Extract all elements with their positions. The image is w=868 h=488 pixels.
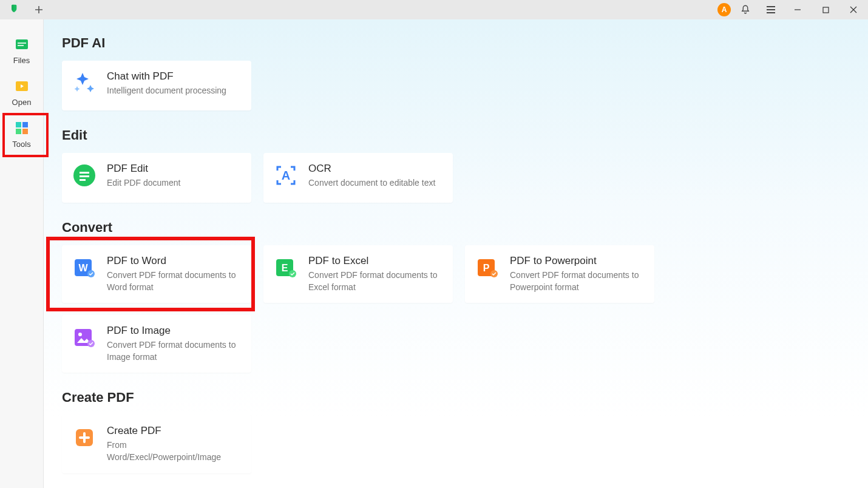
cards-row: Create PDF From Word/Execl/Powerpoint/Im… bbox=[62, 415, 851, 473]
section-title: PDF AI bbox=[62, 35, 851, 51]
sidebar-label: Tools bbox=[12, 140, 30, 149]
card-title: Create PDF bbox=[107, 425, 240, 437]
svg-rect-6 bbox=[22, 122, 28, 127]
card-title: PDF Edit bbox=[107, 163, 240, 175]
svg-text:A: A bbox=[282, 169, 290, 182]
body: Files Open Tools PDF AI bbox=[0, 19, 868, 488]
open-icon bbox=[14, 78, 30, 94]
card-title: PDF to Image bbox=[107, 325, 240, 337]
card-pdf-to-word[interactable]: W PDF to Word Convert PDF format documen… bbox=[62, 245, 251, 303]
svg-rect-3 bbox=[18, 45, 24, 46]
card-text: Chat with PDF Intelligent document proce… bbox=[107, 70, 240, 97]
sidebar-item-open[interactable]: Open bbox=[0, 72, 44, 114]
card-pdf-to-powerpoint[interactable]: P PDF to Powerpoint Convert PDF format d… bbox=[465, 245, 654, 303]
word-icon: W bbox=[72, 255, 97, 280]
svg-rect-8 bbox=[22, 129, 28, 134]
svg-rect-0 bbox=[823, 7, 829, 13]
card-desc: Convert PDF format documents to Excel fo… bbox=[308, 269, 442, 293]
card-pdf-to-image[interactable]: PDF to Image Convert PDF format document… bbox=[62, 315, 251, 373]
sidebar-item-files[interactable]: Files bbox=[0, 30, 44, 72]
card-title: OCR bbox=[308, 163, 442, 175]
sidebar-label: Files bbox=[13, 56, 30, 65]
card-text: PDF to Excel Convert PDF format document… bbox=[308, 255, 442, 293]
svg-text:W: W bbox=[78, 263, 88, 273]
sidebar: Files Open Tools bbox=[0, 19, 44, 488]
title-bar: A bbox=[0, 0, 868, 19]
create-pdf-icon bbox=[72, 425, 97, 450]
card-pdf-edit[interactable]: PDF Edit Edit PDF document bbox=[62, 153, 251, 203]
pdf-edit-icon bbox=[72, 163, 97, 188]
image-icon bbox=[72, 325, 97, 350]
card-title: PDF to Powerpoint bbox=[510, 255, 643, 267]
title-bar-right: A bbox=[717, 0, 868, 19]
svg-text:P: P bbox=[483, 263, 490, 273]
files-icon bbox=[14, 36, 30, 52]
ocr-icon: A bbox=[273, 163, 299, 188]
title-bar-left bbox=[0, 0, 49, 19]
svg-rect-1 bbox=[16, 39, 28, 49]
section-create-pdf: Create PDF Create PDF From Word/Execl/Po… bbox=[62, 390, 851, 473]
menu-button[interactable] bbox=[760, 0, 782, 19]
cards-row: W PDF to Word Convert PDF format documen… bbox=[62, 245, 851, 373]
svg-rect-2 bbox=[18, 42, 26, 44]
card-text: PDF Edit Edit PDF document bbox=[107, 163, 240, 189]
powerpoint-icon: P bbox=[475, 255, 500, 280]
card-text: PDF to Word Convert PDF format documents… bbox=[107, 255, 240, 293]
minimize-button[interactable] bbox=[785, 0, 810, 19]
card-desc: Convert PDF format documents to Powerpoi… bbox=[510, 269, 643, 293]
section-title: Create PDF bbox=[62, 390, 851, 405]
svg-text:E: E bbox=[282, 263, 288, 273]
section-edit: Edit PDF Edit Edit PDF document bbox=[62, 127, 851, 203]
card-text: PDF to Powerpoint Convert PDF format doc… bbox=[510, 255, 643, 293]
card-title: PDF to Excel bbox=[308, 255, 442, 267]
card-desc: Convert PDF format documents to Word for… bbox=[107, 269, 240, 293]
card-desc: Convert PDF format documents to Image fo… bbox=[107, 339, 240, 363]
sidebar-item-tools[interactable]: Tools bbox=[0, 114, 44, 156]
card-desc: From Word/Execl/Powerpoint/Image bbox=[107, 439, 240, 463]
card-title: PDF to Word bbox=[107, 255, 240, 267]
svg-rect-5 bbox=[16, 122, 21, 127]
sidebar-label: Open bbox=[12, 98, 32, 107]
card-title: Chat with PDF bbox=[107, 70, 240, 83]
excel-icon: E bbox=[273, 255, 299, 280]
card-desc: Convert document to editable text bbox=[308, 177, 442, 189]
section-pdf-ai: PDF AI Chat with PDF Intelligent documen… bbox=[62, 35, 851, 110]
card-ocr[interactable]: A OCR Convert document to editable text bbox=[263, 153, 453, 203]
card-text: OCR Convert document to editable text bbox=[308, 163, 442, 189]
section-title: Edit bbox=[62, 127, 851, 143]
close-button[interactable] bbox=[841, 0, 866, 19]
user-avatar[interactable]: A bbox=[717, 3, 731, 16]
card-chat-with-pdf[interactable]: Chat with PDF Intelligent document proce… bbox=[62, 61, 251, 110]
card-text: PDF to Image Convert PDF format document… bbox=[107, 325, 240, 363]
card-text: Create PDF From Word/Execl/Powerpoint/Im… bbox=[107, 425, 240, 463]
card-create-pdf[interactable]: Create PDF From Word/Execl/Powerpoint/Im… bbox=[62, 415, 251, 473]
notifications-button[interactable] bbox=[734, 0, 756, 19]
app-logo bbox=[0, 0, 29, 19]
new-tab-button[interactable] bbox=[29, 0, 49, 19]
main-content: PDF AI Chat with PDF Intelligent documen… bbox=[44, 19, 868, 488]
card-desc: Edit PDF document bbox=[107, 177, 240, 189]
cards-row: Chat with PDF Intelligent document proce… bbox=[62, 61, 851, 110]
section-title: Convert bbox=[62, 220, 851, 236]
cards-row: PDF Edit Edit PDF document A OCR Convert… bbox=[62, 153, 851, 203]
chat-ai-icon bbox=[72, 70, 97, 96]
section-convert: Convert W PDF to Word Convert PDF format… bbox=[62, 220, 851, 373]
maximize-button[interactable] bbox=[813, 0, 838, 19]
card-desc: Intelligent document processing bbox=[107, 85, 240, 97]
tools-icon bbox=[14, 120, 30, 136]
svg-rect-7 bbox=[16, 129, 21, 134]
card-pdf-to-excel[interactable]: E PDF to Excel Convert PDF format docume… bbox=[263, 245, 453, 303]
svg-point-21 bbox=[78, 333, 82, 336]
